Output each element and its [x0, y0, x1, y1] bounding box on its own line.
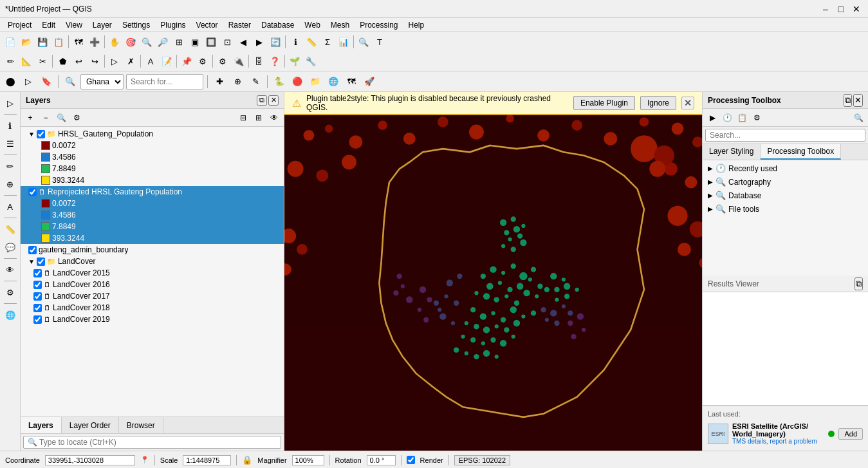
advanced-tool-button[interactable]: ⚙: [2, 284, 19, 301]
pin-button[interactable]: 📌: [179, 53, 194, 69]
toolbox-close-button[interactable]: ✕: [853, 94, 863, 107]
layer-landcover-group[interactable]: ▼ 📁 LandCover: [21, 256, 284, 267]
menu-database[interactable]: Database: [256, 19, 299, 31]
lc2017-checkbox[interactable]: [33, 292, 42, 301]
redo-button[interactable]: ↪: [87, 53, 102, 69]
identify-button[interactable]: ℹ: [288, 34, 303, 50]
label-tool-button[interactable]: A: [2, 198, 19, 215]
annotation-button[interactable]: 📝: [159, 53, 174, 69]
select-location-button[interactable]: ▷: [21, 74, 36, 89]
processing-search-input[interactable]: [705, 129, 865, 142]
draw-point-button[interactable]: ✚: [212, 74, 227, 89]
select-point-button[interactable]: ⊕: [230, 74, 245, 89]
layer-lc2016[interactable]: 🗒 LandCover 2016: [21, 279, 284, 290]
layers-float-button[interactable]: ⧉: [257, 95, 267, 106]
tree-item-cartography[interactable]: ▶ 🔍 Cartography: [703, 175, 868, 189]
location-select[interactable]: Ghana: [81, 75, 123, 89]
new-project-button[interactable]: 📄: [3, 34, 18, 50]
node-tool-button[interactable]: ⬟: [55, 53, 70, 69]
magnifier-input[interactable]: [292, 455, 324, 465]
select-button[interactable]: ▷: [107, 53, 122, 69]
reprojected-checkbox[interactable]: [28, 188, 37, 196]
layer-reprojected[interactable]: 🗒 Reprojected HRSL Gauteng Population: [21, 186, 284, 198]
help-btn[interactable]: ❓: [267, 53, 282, 69]
tree-item-recently-used[interactable]: ▶ 🕐 Recently used: [703, 162, 868, 175]
toggle-layers-button[interactable]: 👁: [267, 111, 281, 125]
digitize-btn1[interactable]: ✏: [3, 53, 18, 69]
menu-plugins[interactable]: Plugins: [155, 19, 190, 31]
locate-input[interactable]: [23, 436, 281, 449]
tab-layer-order[interactable]: Layer Order: [62, 417, 119, 433]
add-layer-last-used-button[interactable]: Add: [838, 428, 863, 440]
menu-edit[interactable]: Edit: [37, 19, 60, 31]
zoom-in-button[interactable]: 🔍: [139, 34, 154, 50]
lc2016-checkbox[interactable]: [33, 281, 42, 289]
layer-lc2019[interactable]: 🗒 LandCover 2019: [21, 314, 284, 325]
menu-view[interactable]: View: [60, 19, 88, 31]
close-button[interactable]: ✕: [850, 3, 863, 15]
toolbox-search-button[interactable]: 🔍: [851, 111, 865, 125]
gauteng-checkbox[interactable]: [28, 246, 37, 254]
refresh-button[interactable]: 🔄: [268, 34, 283, 50]
pan-to-button[interactable]: 🎯: [123, 34, 138, 50]
preview-button[interactable]: 👁: [2, 261, 19, 278]
globe-button[interactable]: 🌐: [2, 306, 19, 323]
pan-feature-button[interactable]: ⬤: [3, 74, 18, 89]
options-button[interactable]: ⚙: [750, 111, 764, 125]
scale-input[interactable]: [183, 455, 231, 465]
add-point-button[interactable]: ⊕: [2, 176, 19, 192]
run-script-button[interactable]: ▶: [705, 111, 719, 125]
pan-map-button[interactable]: ✋: [107, 34, 122, 50]
toolbox-float-button[interactable]: ⧉: [844, 94, 852, 107]
zoom-full-button[interactable]: ⊞: [171, 34, 187, 50]
digitize-button[interactable]: ✏: [2, 158, 19, 174]
digitize-btn3[interactable]: ✂: [35, 53, 50, 69]
layers-close-button[interactable]: ✕: [268, 95, 279, 106]
tree-item-database[interactable]: ▶ 🔍 Database: [703, 189, 868, 202]
location-combo[interactable]: Ghana: [80, 74, 124, 89]
rotation-input[interactable]: [367, 455, 396, 465]
minimize-button[interactable]: –: [819, 3, 832, 15]
open-project-button[interactable]: 📂: [19, 34, 34, 50]
zoom-layer-button[interactable]: 🔲: [203, 34, 219, 50]
menu-help[interactable]: Help: [403, 19, 430, 31]
layer-gauteng[interactable]: gauteng_admin_boundary: [21, 244, 284, 256]
menu-raster[interactable]: Raster: [223, 19, 256, 31]
zoom-selection-button[interactable]: ▣: [187, 34, 203, 50]
attribute-button[interactable]: 📊: [336, 34, 351, 50]
tab-layers[interactable]: Layers: [21, 417, 62, 433]
print-layout-button[interactable]: 🗺: [71, 34, 86, 50]
db-btn[interactable]: 🗄: [251, 53, 266, 69]
open-attribute-table-button[interactable]: ☰: [2, 135, 19, 152]
magnifier-tool-button[interactable]: 🔍: [62, 74, 78, 89]
lc2018-checkbox[interactable]: [33, 304, 42, 312]
enable-plugin-button[interactable]: Enable Plugin: [573, 96, 635, 110]
plugin-btn2[interactable]: 🐍: [272, 74, 287, 89]
layer-lc2018[interactable]: 🗒 LandCover 2018: [21, 302, 284, 314]
label-button[interactable]: A: [143, 53, 158, 69]
identify-features-button[interactable]: ℹ: [2, 117, 19, 134]
digitize-btn2[interactable]: 📐: [19, 53, 34, 69]
plugin-btn4[interactable]: 📁: [308, 74, 323, 89]
select-features-button[interactable]: ▷: [2, 95, 19, 111]
menu-layer[interactable]: Layer: [88, 19, 117, 31]
add-layer-button[interactable]: +: [23, 111, 37, 125]
history-button[interactable]: 🕐: [720, 111, 734, 125]
last-used-tms[interactable]: TMS details, report a problem: [732, 438, 824, 445]
layer-lc2015[interactable]: 🗒 LandCover 2015: [21, 267, 284, 279]
stats-button[interactable]: Σ: [320, 34, 335, 50]
coordinate-input[interactable]: [45, 455, 135, 465]
zoom-next-button[interactable]: ▶: [252, 34, 267, 50]
menu-processing[interactable]: Processing: [355, 19, 403, 31]
grass-btn[interactable]: 🌱: [287, 53, 302, 69]
zoom-native-button[interactable]: ⊡: [219, 34, 235, 50]
crs-button[interactable]: EPSG: 102022: [454, 455, 510, 465]
locator-button[interactable]: 🔍: [356, 34, 371, 50]
plugin-btn7[interactable]: 🚀: [362, 74, 377, 89]
menu-settings[interactable]: Settings: [117, 19, 155, 31]
render-checkbox[interactable]: [407, 456, 415, 464]
lc2019-checkbox[interactable]: [33, 315, 42, 324]
tab-layer-styling[interactable]: Layer Styling: [703, 144, 761, 160]
plugin-btn[interactable]: 🔌: [231, 53, 246, 69]
layer-lc2017[interactable]: 🗒 LandCover 2017: [21, 290, 284, 302]
